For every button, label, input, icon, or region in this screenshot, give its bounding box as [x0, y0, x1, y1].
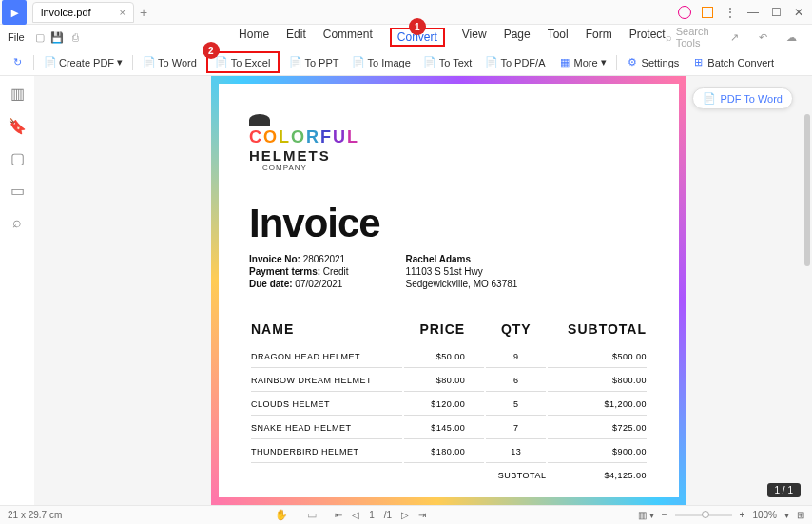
menu-form[interactable]: Form [586, 28, 612, 47]
app-icon: ▸ [2, 0, 27, 25]
to-pdfa-button[interactable]: 📄To PDF/A [481, 54, 549, 70]
history-button[interactable]: ↻ [8, 54, 28, 70]
to-image-button[interactable]: 📄To Image [349, 54, 415, 70]
fit-button[interactable]: ⊞ [797, 510, 804, 520]
layers-icon[interactable]: ▭ [10, 183, 25, 198]
menu-page[interactable]: Page [504, 28, 531, 47]
open-icon[interactable]: ▢ [34, 29, 46, 45]
menu-convert[interactable]: Convert 1 [390, 28, 445, 47]
search-panel-icon[interactable]: ⌕ [10, 215, 25, 230]
zoom-out-button[interactable]: − [662, 510, 667, 520]
share-icon[interactable]: ↗ [726, 29, 742, 45]
invoice-meta: Invoice No: 28062021 Payment terms: Cred… [249, 254, 349, 291]
pdf-to-word-button[interactable]: 📄 PDF To Word [692, 87, 793, 109]
batch-convert-button[interactable]: ⊞Batch Convert [688, 54, 778, 70]
menu-home[interactable]: Home [239, 28, 269, 47]
to-word-button[interactable]: 📄To Word [139, 54, 201, 70]
undo-icon[interactable]: ↶ [755, 29, 770, 45]
main: ▥ 🔖 ▢ ▭ ⌕ COLORFUL HELMETS COMPANY Invoi… [0, 76, 812, 505]
to-excel-button[interactable]: 📄To Excel [212, 54, 275, 70]
close-tab-icon[interactable]: × [120, 7, 126, 18]
customer-info: Rachel Adams 11103 S 51st Hwy Sedgewickv… [406, 254, 518, 291]
table-row: CLOUDS HELMET$120.005$1,200.00 [251, 394, 647, 416]
titlebar: ▸ invoice.pdf × + ⋮ — ☐ ✕ [0, 0, 812, 25]
more-button[interactable]: ▦More ▾ [554, 54, 609, 70]
view-mode-button[interactable]: ▥ ▾ [638, 510, 654, 520]
sidebar: ▥ 🔖 ▢ ▭ ⌕ [0, 76, 34, 505]
menubar: File ▢ 💾 ⎙ Home Edit Comment Convert 1 V… [0, 25, 812, 49]
callout-badge-2: 2 [203, 42, 220, 59]
toolbar: ↻ 📄Create PDF ▾ 📄To Word 2 📄To Excel 📄To… [0, 49, 812, 76]
table-row: THUNDERBIRD HELMET$180.0013$900.00 [251, 441, 647, 463]
cloud-icon[interactable]: ☁ [783, 29, 799, 45]
account-icon[interactable] [675, 3, 694, 22]
logo-subtext: HELMETS [249, 147, 648, 164]
close-window-button[interactable]: ✕ [789, 3, 808, 22]
more-icon[interactable]: ⋮ [721, 3, 740, 22]
logo-icon [249, 114, 270, 126]
invoice-title: Invoice [249, 201, 648, 246]
document-tab[interactable]: invoice.pdf × [32, 2, 134, 23]
page-input[interactable]: 1 [369, 510, 375, 520]
to-ppt-button[interactable]: 📄To PPT [285, 54, 342, 70]
tab-title: invoice.pdf [41, 7, 91, 18]
to-text-button[interactable]: 📄To Text [420, 54, 476, 70]
maximize-button[interactable]: ☐ [766, 3, 785, 22]
word-icon: 📄 [703, 92, 716, 105]
menu-edit[interactable]: Edit [286, 28, 306, 47]
attachments-icon[interactable]: ▢ [10, 150, 25, 165]
save-icon[interactable]: 💾 [50, 29, 64, 45]
pdf-page: COLORFUL HELMETS COMPANY Invoice Invoice… [211, 76, 686, 505]
prev-page-button[interactable]: ◁ [352, 510, 359, 520]
logo-company: COMPANY [262, 164, 648, 172]
menu-tool[interactable]: Tool [548, 28, 569, 47]
zoom-level[interactable]: 100% [752, 510, 777, 520]
scrollbar[interactable] [802, 76, 810, 505]
page-indicator: 1 / 1 [767, 483, 801, 497]
menu-view[interactable]: View [462, 28, 487, 47]
menu-comment[interactable]: Comment [323, 28, 373, 47]
app-option-icon[interactable] [698, 3, 717, 22]
thumbnails-icon[interactable]: ▥ [10, 86, 25, 101]
invoice-table: NAME PRICE QTY SUBTOTAL DRAGON HEAD HELM… [249, 320, 648, 488]
first-page-button[interactable]: ⇤ [335, 510, 342, 520]
file-menu[interactable]: File [8, 31, 25, 43]
bookmarks-icon[interactable]: 🔖 [10, 118, 25, 133]
select-tool-icon[interactable]: ▭ [304, 508, 319, 523]
hand-tool-icon[interactable]: ✋ [274, 508, 289, 523]
logo-text: COLORFUL [249, 127, 648, 147]
create-pdf-button[interactable]: 📄Create PDF ▾ [40, 54, 126, 70]
search-icon: ⌕ [666, 31, 672, 43]
content-area: COLORFUL HELMETS COMPANY Invoice Invoice… [34, 76, 812, 505]
table-row: RAINBOW DREAM HELMET$80.006$800.00 [251, 370, 647, 392]
settings-button[interactable]: ⚙Settings [623, 54, 684, 70]
zoom-slider[interactable] [675, 514, 732, 516]
callout-badge-1: 1 [409, 18, 426, 35]
to-excel-highlight: 2 📄To Excel [206, 51, 280, 73]
page-dimensions: 21 x 29.7 cm [8, 510, 62, 520]
print-icon[interactable]: ⎙ [69, 29, 81, 45]
zoom-in-button[interactable]: + [740, 510, 745, 520]
new-tab-button[interactable]: + [140, 5, 147, 20]
search-tools[interactable]: ⌕ Search Tools [666, 26, 717, 49]
minimize-button[interactable]: — [744, 3, 763, 22]
statusbar: 21 x 29.7 cm ✋ ▭ ⇤ ◁ 1/1 ▷ ⇥ ▥ ▾ − + 100… [0, 505, 812, 524]
menu-protect[interactable]: Protect [629, 28, 666, 47]
last-page-button[interactable]: ⇥ [418, 510, 426, 520]
table-row: DRAGON HEAD HELMET$50.009$500.00 [251, 346, 647, 368]
table-row: SNAKE HEAD HELMET$145.007$725.00 [251, 417, 647, 439]
next-page-button[interactable]: ▷ [401, 510, 409, 520]
